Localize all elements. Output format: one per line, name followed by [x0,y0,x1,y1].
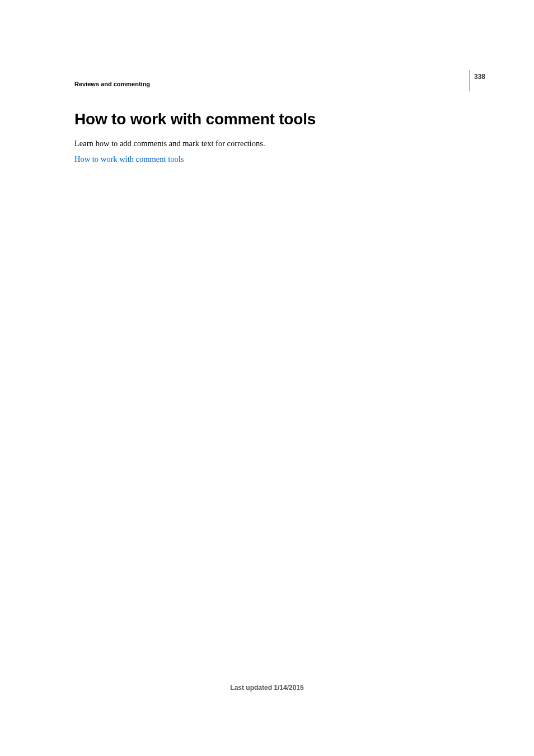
footer-last-updated: Last updated 1/14/2015 [0,684,534,692]
comment-tools-link[interactable]: How to work with comment tools [74,155,184,164]
page-number: 338 [474,73,485,81]
page-title: How to work with comment tools [74,110,316,128]
body-paragraph: Learn how to add comments and mark text … [74,138,265,149]
page-number-container: 338 [469,70,485,91]
section-header: Reviews and commenting [74,81,150,87]
